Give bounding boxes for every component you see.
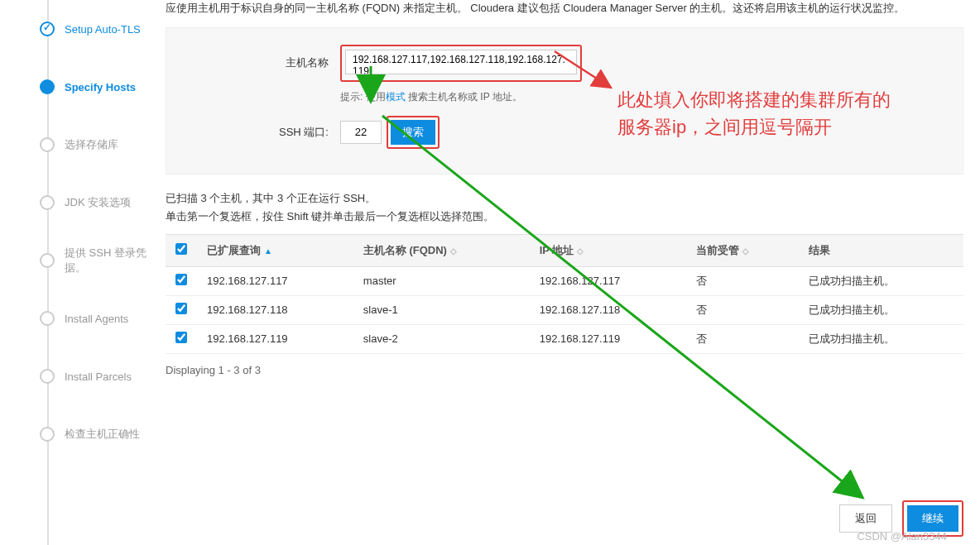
cell-result: 已成功扫描主机。 [799, 295, 963, 324]
annotation-text: 此处填入你即将搭建的集群所有的 服务器ip，之间用逗号隔开 [617, 86, 891, 141]
step-jdk: JDK 安装选项 [40, 174, 157, 232]
table-row[interactable]: 192.168.127.118 slave-1 192.168.127.118 … [166, 295, 963, 324]
step-ssh-credentials: 提供 SSH 登录凭据。 [40, 232, 157, 289]
step-label: JDK 安装选项 [65, 195, 131, 210]
sort-icon: ▲ [264, 246, 272, 256]
step-label: 提供 SSH 登录凭据。 [65, 246, 157, 275]
cell-result: 已成功扫描主机。 [799, 324, 963, 353]
step-select-repo: 选择存储库 [40, 116, 157, 174]
scan-line1: 已扫描 3 个主机，其中 3 个正在运行 SSH。 [166, 189, 963, 208]
col-checkbox [166, 234, 197, 266]
display-count: Displaying 1 - 3 of 3 [166, 364, 963, 376]
main-content: 应使用主机用于标识自身的同一主机名称 (FQDN) 来指定主机。 Clouder… [157, 0, 980, 545]
step-setup-auto-tls[interactable]: Setup Auto-TLS [40, 0, 157, 58]
step-pending-icon [40, 311, 55, 326]
step-label: 选择存储库 [65, 137, 118, 152]
cell-query: 192.168.127.119 [197, 324, 353, 353]
hostnames-label: 主机名称 [266, 55, 340, 70]
step-label: Install Agents [65, 313, 128, 325]
step-pending-icon [40, 137, 55, 152]
cell-fqdn: slave-2 [353, 324, 530, 353]
col-managed[interactable]: 当前受管◇ [686, 234, 800, 266]
table-row[interactable]: 192.168.127.119 slave-2 192.168.127.119 … [166, 324, 963, 353]
select-all-checkbox[interactable] [175, 243, 187, 255]
col-expanded[interactable]: 已扩展查询▲ [197, 234, 353, 266]
pattern-link[interactable]: 模式 [386, 91, 408, 103]
cell-result: 已成功扫描主机。 [799, 266, 963, 295]
hosts-table: 已扩展查询▲ 主机名称 (FQDN)◇ IP 地址◇ 当前受管◇ 结果 192.… [166, 234, 963, 354]
cell-query: 192.168.127.118 [197, 295, 353, 324]
row-checkbox[interactable] [175, 303, 187, 314]
row-checkbox[interactable] [175, 332, 187, 343]
cell-managed: 否 [686, 324, 800, 353]
cell-managed: 否 [686, 266, 800, 295]
step-label: Install Parcels [65, 371, 132, 383]
ssh-port-label: SSH 端口: [266, 125, 340, 140]
col-fqdn[interactable]: 主机名称 (FQDN)◇ [353, 234, 530, 266]
step-label: Specify Hosts [65, 81, 136, 93]
table-row[interactable]: 192.168.127.117 master 192.168.127.117 否… [166, 266, 963, 295]
step-install-agents: Install Agents [40, 289, 157, 347]
sort-icon: ◇ [450, 246, 457, 256]
step-active-icon [40, 79, 55, 94]
scan-line2: 单击第一个复选框，按住 Shift 键并单击最后一个复选框以选择范围。 [166, 208, 963, 226]
cell-query: 192.168.127.117 [197, 266, 353, 295]
wizard-sidebar: Setup Auto-TLS Specify Hosts 选择存储库 JDK 安… [0, 0, 157, 545]
step-pending-icon [40, 369, 55, 384]
step-pending-icon [40, 427, 55, 442]
row-checkbox[interactable] [175, 274, 187, 285]
step-specify-hosts[interactable]: Specify Hosts [40, 58, 157, 116]
intro-text: 应使用主机用于标识自身的同一主机名称 (FQDN) 来指定主机。 Clouder… [166, 0, 963, 17]
step-install-parcels: Install Parcels [40, 347, 157, 405]
annotation-box-search: 搜索 [387, 116, 440, 149]
ssh-port-input[interactable] [340, 121, 382, 144]
cell-managed: 否 [686, 295, 800, 324]
hostnames-input[interactable]: 192.168.127.117,192.168.127.118,192.168.… [345, 50, 577, 74]
step-label: Setup Auto-TLS [65, 23, 141, 36]
cell-ip: 192.168.127.119 [530, 324, 686, 353]
cell-fqdn: slave-1 [353, 295, 530, 324]
search-button[interactable]: 搜索 [391, 120, 435, 145]
back-button[interactable]: 返回 [839, 504, 892, 533]
cell-ip: 192.168.127.118 [530, 295, 686, 324]
step-pending-icon [40, 253, 55, 268]
sort-icon: ◇ [742, 246, 749, 256]
continue-button[interactable]: 继续 [907, 505, 958, 532]
cell-fqdn: master [353, 266, 530, 295]
sort-icon: ◇ [577, 246, 584, 256]
step-check-hosts: 检查主机正确性 [40, 405, 157, 463]
col-result: 结果 [799, 234, 963, 266]
step-label: 检查主机正确性 [65, 427, 140, 442]
watermark-text: CSDN @Alan3344 [857, 530, 947, 543]
step-pending-icon [40, 195, 55, 210]
scan-summary: 已扫描 3 个主机，其中 3 个正在运行 SSH。 单击第一个复选框，按住 Sh… [166, 189, 963, 226]
cell-ip: 192.168.127.117 [530, 266, 686, 295]
step-done-icon [40, 22, 55, 36]
col-ip[interactable]: IP 地址◇ [530, 234, 686, 266]
annotation-box-hostnames: 192.168.127.117,192.168.127.118,192.168.… [340, 45, 582, 82]
